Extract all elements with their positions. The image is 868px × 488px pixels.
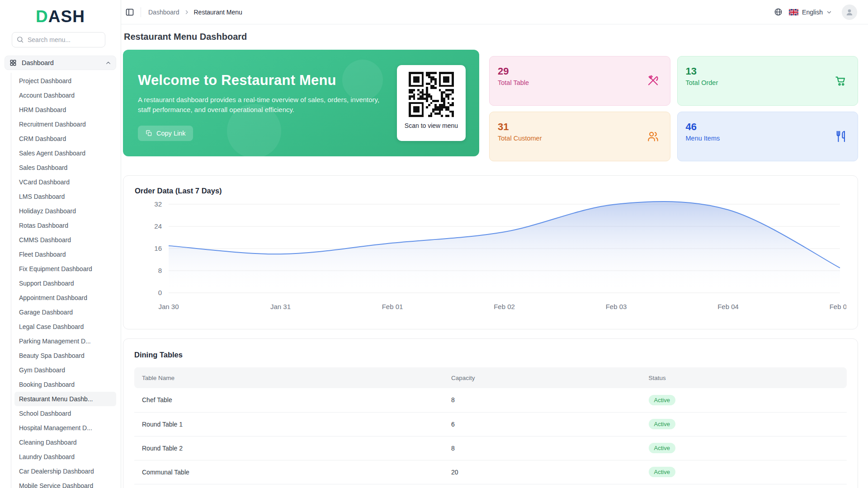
- sidebar-item-laundry-dashboard[interactable]: Laundry Dashboard: [14, 450, 116, 464]
- chart-title: Order Data (Last 7 Days): [135, 187, 846, 195]
- app-logo: DASH: [0, 0, 121, 26]
- sidebar-item-account-dashboard[interactable]: Account Dashboard: [14, 88, 116, 103]
- sidebar-item-hrm-dashboard[interactable]: HRM Dashboard: [14, 103, 116, 117]
- qr-caption: Scan to view menu: [405, 122, 458, 129]
- main-content: Restaurant Menu Dashboard Welcome to Res…: [121, 24, 868, 488]
- cell-capacity: 8: [443, 436, 641, 460]
- svg-text:32: 32: [154, 200, 162, 208]
- grid-icon: [9, 59, 17, 66]
- status-badge: Active: [649, 467, 675, 477]
- cell-table-name: Chef Table: [134, 388, 443, 412]
- sidebar-search: [12, 32, 105, 47]
- chevron-up-icon: [105, 60, 111, 66]
- svg-text:8: 8: [158, 267, 162, 274]
- sidebar-section-label: Dashboard: [22, 59, 54, 66]
- stats-grid: 29Total Table13Total Order31Total Custom…: [489, 56, 858, 161]
- svg-text:Feb 02: Feb 02: [494, 303, 515, 310]
- copy-link-button[interactable]: Copy Link: [138, 126, 193, 141]
- order-chart-card: Order Data (Last 7 Days) 08162432Jan 30J…: [123, 175, 858, 329]
- sidebar-item-project-dashboard[interactable]: Project Dashboard: [14, 74, 116, 88]
- sidebar-item-school-dashboard[interactable]: School Dashboard: [14, 406, 116, 421]
- stat-label-total-order: Total Order: [686, 79, 847, 86]
- sidebar-item-holidayz-dashboard[interactable]: Holidayz Dashboard: [14, 204, 116, 218]
- stat-card-total-table: 29Total Table: [489, 56, 670, 106]
- sidebar-item-gym-dashboard[interactable]: Gym Dashboard: [14, 363, 116, 377]
- sidebar-item-lms-dashboard[interactable]: LMS Dashboard: [14, 189, 116, 204]
- header-actions: English: [774, 5, 857, 20]
- stat-label-menu-items: Menu Items: [686, 135, 847, 142]
- stat-value-menu-items: 46: [686, 121, 847, 133]
- user-avatar[interactable]: [842, 5, 857, 20]
- cell-status: Active: [641, 460, 847, 484]
- sidebar-item-hospital-management-d[interactable]: Hospital Management D...: [14, 421, 116, 435]
- area-chart: 08162432Jan 30Jan 31Feb 01Feb 02Feb 03Fe…: [135, 197, 846, 320]
- table-row: Chef Table8Active: [134, 388, 847, 412]
- content-column: Dashboard Restaurant Menu: [121, 0, 868, 488]
- cell-status: Active: [641, 388, 847, 412]
- decor-circle: [342, 60, 383, 100]
- sidebar-item-beauty-spa-dashboard[interactable]: Beauty Spa Dashboard: [14, 348, 116, 363]
- col-header-table-name: Table Name: [134, 367, 443, 388]
- svg-text:Feb 05: Feb 05: [830, 303, 846, 310]
- cell-table-name: Communal Table: [134, 460, 443, 484]
- globe-icon[interactable]: [774, 8, 783, 16]
- sidebar-item-booking-dashboard[interactable]: Booking Dashboard: [14, 377, 116, 392]
- sidebar-item-rotas-dashboard[interactable]: Rotas Dashboard: [14, 218, 116, 233]
- utensils-icon: [835, 131, 847, 143]
- users-icon: [647, 131, 659, 143]
- cell-capacity: 8: [443, 388, 641, 412]
- table-row: Round Table 16Active: [134, 412, 847, 436]
- sidebar-section-dashboard[interactable]: Dashboard: [5, 56, 116, 70]
- sidebar-item-support-dashboard[interactable]: Support Dashboard: [14, 276, 116, 291]
- sidebar-toggle-icon[interactable]: [125, 8, 134, 17]
- sidebar-item-garage-dashboard[interactable]: Garage Dashboard: [14, 305, 116, 319]
- welcome-banner: Welcome to Restaurant Menu A restaurant …: [123, 50, 479, 156]
- sidebar-item-legal-case-dashboard[interactable]: Legal Case Dashboard: [14, 319, 116, 334]
- sidebar-item-appointment-dashboard[interactable]: Appointment Dashboard: [14, 291, 116, 305]
- copy-link-label: Copy Link: [156, 130, 185, 137]
- sidebar-item-crm-dashboard[interactable]: CRM Dashboard: [14, 131, 116, 146]
- sidebar: DASH Dashboard Project DashboardAccount …: [0, 0, 121, 488]
- stat-card-total-customer: 31Total Customer: [489, 112, 670, 161]
- uk-flag-icon: [789, 9, 798, 15]
- sidebar-item-sales-agent-dashboard[interactable]: Sales Agent Dashboard: [14, 146, 116, 160]
- sidebar-item-sales-dashboard[interactable]: Sales Dashboard: [14, 160, 116, 175]
- page-title: Restaurant Menu Dashboard: [124, 32, 858, 42]
- svg-text:16: 16: [154, 244, 162, 252]
- svg-text:Feb 04: Feb 04: [717, 303, 739, 310]
- sidebar-item-car-dealership-dashboard[interactable]: Car Dealership Dashboard: [14, 464, 116, 479]
- sidebar-item-cleaning-dashboard[interactable]: Cleaning Dashboard: [14, 435, 116, 450]
- col-header-capacity: Capacity: [443, 367, 641, 388]
- cell-capacity: 20: [443, 460, 641, 484]
- stat-label-total-customer: Total Customer: [498, 135, 659, 142]
- chevron-down-icon: [826, 9, 832, 15]
- status-badge: Active: [649, 443, 675, 453]
- breadcrumb-parent[interactable]: Dashboard: [148, 9, 179, 16]
- sidebar-item-fix-equipment-dashboard[interactable]: Fix Equipment Dashboard: [14, 262, 116, 276]
- sidebar-item-vcard-dashboard[interactable]: VCard Dashboard: [14, 175, 116, 189]
- cell-status: Active: [641, 412, 847, 436]
- sidebar-item-mobile-service-dashboard[interactable]: Mobile Service Dashboard: [14, 479, 116, 488]
- breadcrumb-current: Restaurant Menu: [194, 9, 242, 16]
- dining-tables-card: Dining Tables Table Name Capacity Status…: [123, 338, 858, 488]
- logo-accent-letter: D: [36, 7, 48, 26]
- cell-capacity: 6: [443, 412, 641, 436]
- sidebar-item-restaurant-menu-dashb[interactable]: Restaurant Menu Dashb...: [14, 392, 116, 406]
- app-root: DASH Dashboard Project DashboardAccount …: [0, 0, 868, 488]
- svg-text:0: 0: [158, 289, 162, 296]
- stat-card-total-order: 13Total Order: [677, 56, 859, 106]
- stat-card-menu-items: 46Menu Items: [677, 112, 859, 161]
- sidebar-item-parking-management-d[interactable]: Parking Management D...: [14, 334, 116, 348]
- cell-table-name: Round Table 1: [134, 412, 443, 436]
- svg-text:Jan 30: Jan 30: [158, 303, 179, 310]
- sidebar-item-fleet-dashboard[interactable]: Fleet Dashboard: [14, 247, 116, 262]
- search-input[interactable]: [12, 32, 105, 47]
- chevron-right-icon: [184, 9, 189, 15]
- logo-rest: ASH: [48, 7, 85, 26]
- sidebar-item-cmms-dashboard[interactable]: CMMS Dashboard: [14, 233, 116, 247]
- qr-panel: Scan to view menu: [397, 65, 466, 141]
- language-selector[interactable]: English: [789, 9, 832, 16]
- sidebar-item-recruitment-dashboard[interactable]: Recruitment Dashboard: [14, 117, 116, 131]
- svg-text:Feb 03: Feb 03: [606, 303, 627, 310]
- dining-tables-title: Dining Tables: [134, 351, 847, 359]
